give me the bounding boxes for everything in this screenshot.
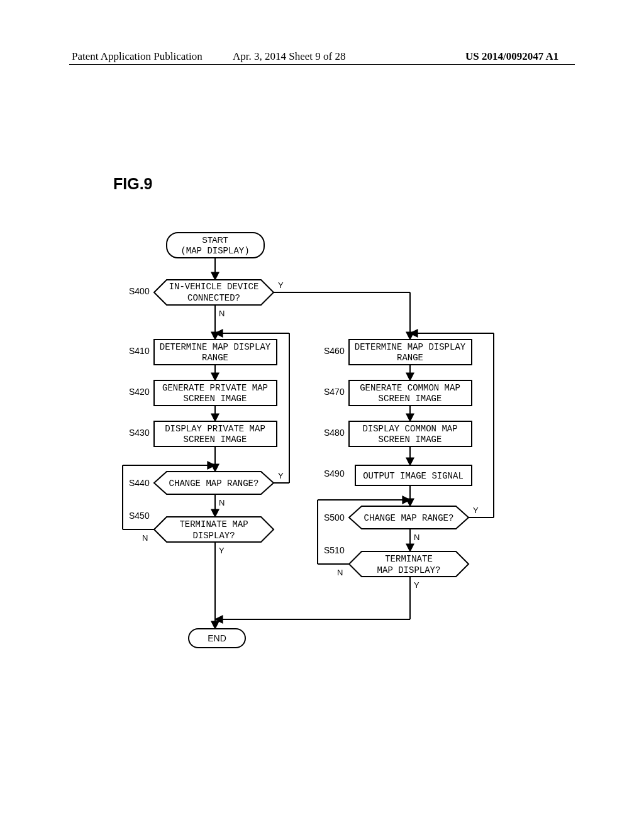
node-s410: DETERMINE MAP DISPLAY RANGE bbox=[154, 340, 277, 365]
s510-no: N bbox=[337, 568, 343, 577]
label-s480: S480 bbox=[324, 428, 345, 438]
s500-text-1: CHANGE MAP RANGE? bbox=[364, 513, 454, 523]
node-s440: CHANGE MAP RANGE? bbox=[154, 472, 274, 494]
label-s500: S500 bbox=[324, 512, 345, 523]
label-s460: S460 bbox=[324, 346, 345, 356]
s450-text-2: DISPLAY? bbox=[192, 531, 235, 541]
start-text-2: (MAP DISPLAY) bbox=[180, 246, 249, 256]
flowchart: START (MAP DISPLAY) IN-VEHICLE DEVICE CO… bbox=[0, 0, 644, 830]
s450-text-1: TERMINATE MAP bbox=[179, 519, 248, 529]
node-end: END bbox=[189, 629, 245, 648]
node-s450: TERMINATE MAP DISPLAY? bbox=[154, 517, 274, 542]
s500-yes: Y bbox=[473, 506, 479, 515]
s430-text-2: SCREEN IMAGE bbox=[184, 434, 247, 445]
label-s400: S400 bbox=[129, 286, 150, 296]
s440-yes: Y bbox=[278, 471, 284, 480]
s450-yes: Y bbox=[219, 546, 225, 555]
start-text-1: START bbox=[202, 235, 228, 245]
label-s450: S450 bbox=[129, 511, 150, 521]
s400-yes: Y bbox=[278, 280, 284, 290]
s510-text-2: MAP DISPLAY? bbox=[377, 565, 441, 575]
node-s460: DETERMINE MAP DISPLAY RANGE bbox=[349, 340, 472, 365]
s420-text-2: SCREEN IMAGE bbox=[184, 394, 247, 404]
node-s430: DISPLAY PRIVATE MAP SCREEN IMAGE bbox=[154, 421, 277, 446]
s510-text-1: TERMINATE bbox=[385, 554, 433, 564]
node-s420: GENERATE PRIVATE MAP SCREEN IMAGE bbox=[154, 380, 277, 406]
node-s490: OUTPUT IMAGE SIGNAL bbox=[355, 465, 472, 485]
s460-text-1: DETERMINE MAP DISPLAY bbox=[355, 342, 466, 352]
node-s500: CHANGE MAP RANGE? bbox=[349, 506, 469, 529]
label-s510: S510 bbox=[324, 545, 345, 555]
s400-text-2: CONNECTED? bbox=[187, 293, 240, 303]
s400-no: N bbox=[219, 309, 225, 318]
label-s420: S420 bbox=[129, 387, 150, 397]
s450-no: N bbox=[142, 533, 148, 543]
s420-text-1: GENERATE PRIVATE MAP bbox=[162, 383, 268, 393]
end-text: END bbox=[208, 633, 226, 643]
s490-text-1: OUTPUT IMAGE SIGNAL bbox=[363, 471, 464, 481]
node-s470: GENERATE COMMON MAP SCREEN IMAGE bbox=[349, 380, 472, 406]
page: Patent Application Publication Apr. 3, 2… bbox=[0, 0, 644, 830]
s500-no: N bbox=[414, 533, 419, 542]
node-s480: DISPLAY COMMON MAP SCREEN IMAGE bbox=[349, 421, 472, 446]
s470-text-1: GENERATE COMMON MAP bbox=[360, 383, 460, 393]
s400-text-1: IN-VEHICLE DEVICE bbox=[169, 282, 259, 292]
node-s400: IN-VEHICLE DEVICE CONNECTED? bbox=[154, 280, 274, 305]
s410-text-1: DETERMINE MAP DISPLAY bbox=[160, 342, 271, 352]
label-s430: S430 bbox=[129, 428, 150, 438]
s470-text-2: SCREEN IMAGE bbox=[379, 394, 442, 404]
s480-text-1: DISPLAY COMMON MAP bbox=[362, 424, 457, 434]
label-s440: S440 bbox=[129, 478, 150, 488]
s460-text-2: RANGE bbox=[397, 353, 423, 363]
node-start: START (MAP DISPLAY) bbox=[167, 233, 264, 258]
label-s470: S470 bbox=[324, 387, 345, 397]
s480-text-2: SCREEN IMAGE bbox=[379, 434, 442, 445]
s440-text-1: CHANGE MAP RANGE? bbox=[169, 479, 259, 489]
s410-text-2: RANGE bbox=[202, 353, 228, 363]
label-s410: S410 bbox=[129, 346, 150, 356]
s430-text-1: DISPLAY PRIVATE MAP bbox=[165, 424, 265, 434]
label-s490: S490 bbox=[324, 468, 345, 479]
node-s510: TERMINATE MAP DISPLAY? bbox=[349, 551, 469, 577]
s510-yes: Y bbox=[414, 580, 419, 590]
s440-no: N bbox=[219, 498, 225, 507]
